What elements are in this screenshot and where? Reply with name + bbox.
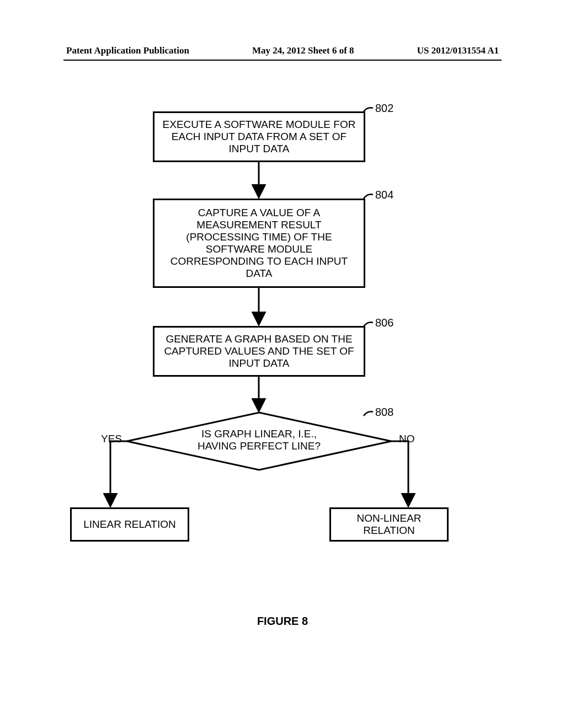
yes-label: YES	[101, 433, 122, 445]
result-nonlinear-text: NON-LINEAR RELATION	[337, 512, 441, 537]
process-box-capture: CAPTURE A VALUE OF A MEASUREMENT RESULT …	[153, 199, 365, 288]
header-left: Patent Application Publication	[66, 45, 189, 56]
ref-label-808: 808	[375, 406, 393, 419]
process-box-generate: GENERATE A GRAPH BASED ON THE CAPTURED V…	[153, 326, 365, 377]
decision-line-1: IS GRAPH LINEAR, I.E.,	[125, 428, 393, 440]
decision-line-2: HAVING PERFECT LINE?	[125, 440, 393, 452]
ref-label-802: 802	[375, 102, 393, 115]
header-right: US 2012/0131554 A1	[417, 45, 499, 56]
header-divider	[63, 60, 502, 61]
ref-label-806: 806	[375, 317, 393, 329]
process-box-execute: EXECUTE A SOFTWARE MODULE FOR EACH INPUT…	[153, 111, 365, 162]
figure-caption: FIGURE 8	[0, 615, 565, 628]
result-box-linear: LINEAR RELATION	[70, 507, 189, 542]
process-box-generate-text: GENERATE A GRAPH BASED ON THE CAPTURED V…	[160, 333, 358, 370]
no-label: NO	[399, 433, 415, 445]
decision-text-container: IS GRAPH LINEAR, I.E., HAVING PERFECT LI…	[125, 428, 393, 452]
page-header: Patent Application Publication May 24, 2…	[66, 45, 499, 56]
process-box-capture-text: CAPTURE A VALUE OF A MEASUREMENT RESULT …	[160, 207, 358, 280]
process-box-execute-text: EXECUTE A SOFTWARE MODULE FOR EACH INPUT…	[160, 119, 358, 155]
result-linear-text: LINEAR RELATION	[83, 518, 176, 531]
decision-diamond: IS GRAPH LINEAR, I.E., HAVING PERFECT LI…	[125, 411, 393, 472]
ref-label-804: 804	[375, 189, 393, 201]
result-box-nonlinear: NON-LINEAR RELATION	[329, 507, 449, 542]
header-center: May 24, 2012 Sheet 6 of 8	[252, 45, 354, 56]
